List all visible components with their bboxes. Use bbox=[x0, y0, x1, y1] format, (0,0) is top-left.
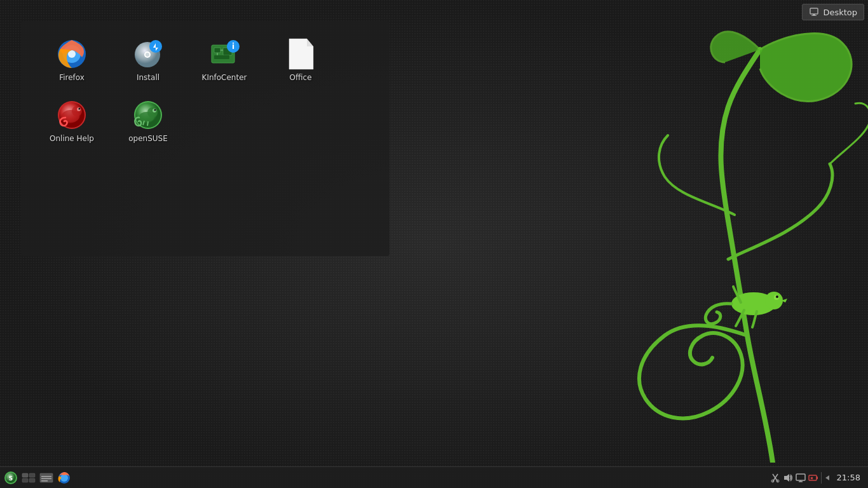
taskbar-left: S bbox=[0, 467, 75, 488]
install-icon-image bbox=[133, 39, 163, 69]
taskbar-clock[interactable]: 21:58 bbox=[834, 473, 863, 482]
svg-marker-29 bbox=[307, 39, 313, 46]
plant-decoration bbox=[550, 5, 868, 463]
icon-panel: Firefox bbox=[21, 21, 390, 256]
svg-text:i: i bbox=[232, 42, 234, 51]
svg-line-47 bbox=[147, 121, 148, 126]
svg-rect-51 bbox=[22, 473, 28, 477]
kinfocenter-icon-image: i bbox=[209, 39, 240, 69]
desktop: Desktop Firefox bbox=[0, 0, 868, 488]
taskbar: S bbox=[0, 466, 868, 488]
svg-rect-6 bbox=[811, 15, 817, 16]
system-tray bbox=[770, 472, 831, 484]
taskbar-pager-btn[interactable] bbox=[20, 470, 37, 486]
svg-point-1 bbox=[765, 292, 783, 309]
svg-marker-65 bbox=[784, 474, 789, 482]
svg-rect-57 bbox=[41, 478, 51, 479]
tray-battery-icon[interactable] bbox=[808, 473, 818, 483]
opensuse-icon-image bbox=[133, 100, 163, 130]
svg-rect-58 bbox=[41, 480, 48, 482]
svg-rect-70 bbox=[817, 477, 818, 479]
svg-marker-73 bbox=[825, 475, 829, 480]
tray-display-icon[interactable] bbox=[796, 473, 806, 483]
taskbar-opensuse-btn[interactable]: S bbox=[3, 470, 19, 486]
taskbar-right: 21:58 bbox=[765, 467, 868, 488]
desktop-button-label: Desktop bbox=[823, 8, 857, 17]
tray-scissors-icon[interactable] bbox=[770, 473, 780, 483]
svg-rect-5 bbox=[813, 14, 815, 15]
icon-row-2: Online Help bbox=[34, 95, 377, 149]
svg-text:S: S bbox=[9, 475, 13, 482]
taskbar-windowlist-btn[interactable] bbox=[38, 470, 55, 486]
svg-point-2 bbox=[774, 295, 779, 300]
svg-rect-52 bbox=[29, 473, 35, 477]
desktop-button[interactable]: Desktop bbox=[802, 4, 864, 20]
install-icon-item[interactable]: Install bbox=[110, 34, 186, 88]
firefox-icon-item[interactable]: Firefox bbox=[34, 34, 110, 88]
onlinehelp-icon-image bbox=[57, 100, 87, 130]
onlinehelp-label: Online Help bbox=[50, 134, 94, 144]
svg-point-39 bbox=[79, 107, 81, 109]
tray-volume-icon[interactable] bbox=[783, 473, 793, 483]
svg-rect-66 bbox=[796, 474, 805, 480]
svg-rect-54 bbox=[29, 478, 35, 482]
opensuse-label: openSUSE bbox=[128, 134, 168, 144]
tray-separator bbox=[821, 472, 822, 484]
office-icon-image bbox=[285, 39, 316, 69]
taskbar-firefox-btn[interactable] bbox=[56, 470, 72, 486]
svg-point-43 bbox=[147, 107, 158, 118]
office-icon-item[interactable]: Office bbox=[262, 34, 339, 88]
firefox-label: Firefox bbox=[59, 73, 85, 83]
svg-rect-56 bbox=[41, 476, 51, 477]
svg-point-37 bbox=[72, 106, 82, 116]
svg-point-45 bbox=[154, 109, 156, 111]
install-label: Install bbox=[137, 73, 159, 83]
kinfocenter-label: KInfoCenter bbox=[202, 73, 247, 83]
svg-rect-22 bbox=[214, 55, 229, 59]
desktop-icon bbox=[809, 7, 819, 17]
onlinehelp-icon-item[interactable]: Online Help bbox=[34, 95, 110, 149]
tray-expand-icon[interactable] bbox=[824, 473, 831, 483]
icon-row-1: Firefox bbox=[34, 34, 377, 88]
svg-point-12 bbox=[146, 53, 149, 57]
firefox-icon-image bbox=[57, 39, 87, 69]
svg-rect-18 bbox=[214, 48, 220, 53]
kinfocenter-icon-item[interactable]: i KInfoCenter bbox=[186, 34, 262, 88]
opensuse-icon-item[interactable]: openSUSE bbox=[110, 95, 186, 149]
svg-rect-53 bbox=[22, 478, 28, 482]
svg-point-0 bbox=[731, 292, 776, 315]
office-label: Office bbox=[289, 73, 311, 83]
svg-rect-4 bbox=[810, 8, 818, 14]
svg-point-3 bbox=[776, 295, 778, 298]
